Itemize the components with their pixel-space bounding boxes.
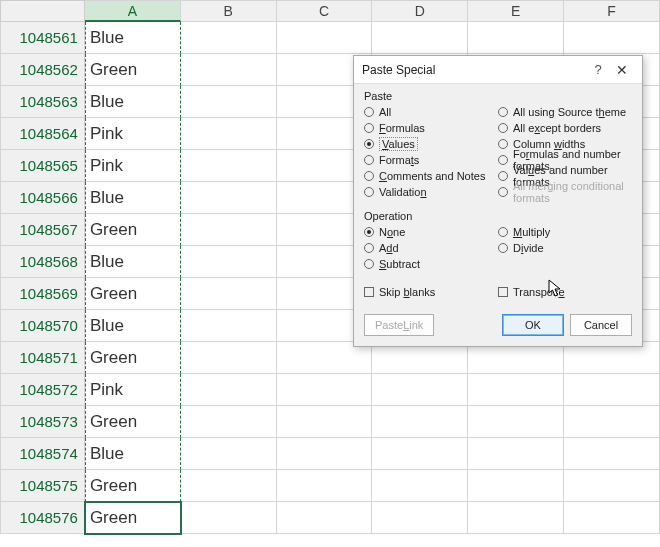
row-header[interactable]: 1048576 [0, 502, 85, 534]
cell[interactable] [468, 22, 564, 54]
cell[interactable] [372, 374, 468, 406]
transpose-checkbox[interactable]: Transpose [498, 284, 632, 300]
row-header[interactable]: 1048574 [0, 438, 85, 470]
cell[interactable] [277, 470, 373, 502]
cell[interactable] [181, 22, 277, 54]
cell[interactable] [564, 406, 660, 438]
row-header[interactable]: 1048569 [0, 278, 85, 310]
cell[interactable] [181, 374, 277, 406]
cell[interactable] [181, 86, 277, 118]
row-header[interactable]: 1048564 [0, 118, 85, 150]
cell[interactable] [468, 470, 564, 502]
radio-formulas[interactable]: Formulas [364, 120, 498, 136]
help-icon[interactable]: ? [586, 62, 610, 77]
select-all-corner[interactable] [0, 0, 85, 22]
cell[interactable] [181, 470, 277, 502]
cell[interactable]: Green [85, 502, 181, 534]
row-header[interactable]: 1048562 [0, 54, 85, 86]
row-header[interactable]: 1048573 [0, 406, 85, 438]
cell[interactable] [181, 438, 277, 470]
cell[interactable] [372, 22, 468, 54]
cell[interactable]: Green [85, 54, 181, 86]
row-header[interactable]: 1048563 [0, 86, 85, 118]
cell[interactable] [372, 406, 468, 438]
cell[interactable]: Blue [85, 86, 181, 118]
cell[interactable] [564, 470, 660, 502]
radio-add[interactable]: Add [364, 240, 498, 256]
cell[interactable] [181, 54, 277, 86]
column-header-f[interactable]: F [564, 0, 660, 22]
cell[interactable]: Blue [85, 22, 181, 54]
cell[interactable] [181, 342, 277, 374]
ok-button[interactable]: OK [502, 314, 564, 336]
cell[interactable] [277, 438, 373, 470]
cell[interactable]: Blue [85, 438, 181, 470]
column-header-a[interactable]: A [85, 0, 181, 22]
cell[interactable]: Pink [85, 374, 181, 406]
radio-source-theme[interactable]: All using Source theme [498, 104, 632, 120]
cell[interactable]: Blue [85, 246, 181, 278]
radio-divide[interactable]: Divide [498, 240, 632, 256]
cell[interactable] [564, 502, 660, 534]
cell[interactable] [181, 150, 277, 182]
radio-validation[interactable]: Validation [364, 184, 498, 200]
close-icon[interactable]: ✕ [610, 62, 634, 78]
cell[interactable] [372, 502, 468, 534]
cell[interactable] [181, 246, 277, 278]
dialog-titlebar[interactable]: Paste Special ? ✕ [354, 56, 642, 84]
radio-comments[interactable]: Comments and Notes [364, 168, 498, 184]
cell[interactable] [181, 502, 277, 534]
cell[interactable] [372, 470, 468, 502]
cell[interactable] [468, 406, 564, 438]
cell[interactable]: Green [85, 406, 181, 438]
column-header-b[interactable]: B [181, 0, 277, 22]
cell[interactable] [181, 214, 277, 246]
cell[interactable]: Green [85, 278, 181, 310]
cell[interactable]: Pink [85, 150, 181, 182]
cell[interactable] [277, 502, 373, 534]
radio-values[interactable]: Values [364, 136, 498, 152]
radio-except-borders[interactable]: All except borders [498, 120, 632, 136]
radio-formats[interactable]: Formats [364, 152, 498, 168]
skip-blanks-checkbox[interactable]: Skip blanks [364, 284, 498, 300]
row-header[interactable]: 1048575 [0, 470, 85, 502]
cancel-button[interactable]: Cancel [570, 314, 632, 336]
column-header-d[interactable]: D [372, 0, 468, 22]
cell[interactable] [468, 374, 564, 406]
column-header-e[interactable]: E [468, 0, 564, 22]
cell[interactable]: Blue [85, 182, 181, 214]
radio-all[interactable]: All [364, 104, 498, 120]
cell[interactable] [277, 406, 373, 438]
cell[interactable] [564, 438, 660, 470]
row-header[interactable]: 1048570 [0, 310, 85, 342]
cell[interactable] [564, 22, 660, 54]
cell[interactable] [468, 438, 564, 470]
row-header[interactable]: 1048567 [0, 214, 85, 246]
cell[interactable]: Green [85, 214, 181, 246]
row-header[interactable]: 1048561 [0, 22, 85, 54]
cell[interactable] [181, 118, 277, 150]
paste-link-button[interactable]: Paste Link [364, 314, 434, 336]
radio-subtract[interactable]: Subtract [364, 256, 498, 272]
cell[interactable] [181, 406, 277, 438]
radio-multiply[interactable]: Multiply [498, 224, 632, 240]
cell[interactable] [277, 374, 373, 406]
cell[interactable]: Green [85, 470, 181, 502]
column-header-c[interactable]: C [277, 0, 373, 22]
cell[interactable] [277, 22, 373, 54]
cell[interactable] [181, 278, 277, 310]
cell[interactable] [372, 438, 468, 470]
radio-none[interactable]: None [364, 224, 498, 240]
row-header[interactable]: 1048571 [0, 342, 85, 374]
cell[interactable]: Pink [85, 118, 181, 150]
cell[interactable] [181, 182, 277, 214]
row-header[interactable]: 1048568 [0, 246, 85, 278]
row-header[interactable]: 1048572 [0, 374, 85, 406]
row-header[interactable]: 1048565 [0, 150, 85, 182]
cell[interactable] [564, 374, 660, 406]
cell[interactable]: Green [85, 342, 181, 374]
cell[interactable]: Blue [85, 310, 181, 342]
cell[interactable] [181, 310, 277, 342]
row-header[interactable]: 1048566 [0, 182, 85, 214]
cell[interactable] [468, 502, 564, 534]
